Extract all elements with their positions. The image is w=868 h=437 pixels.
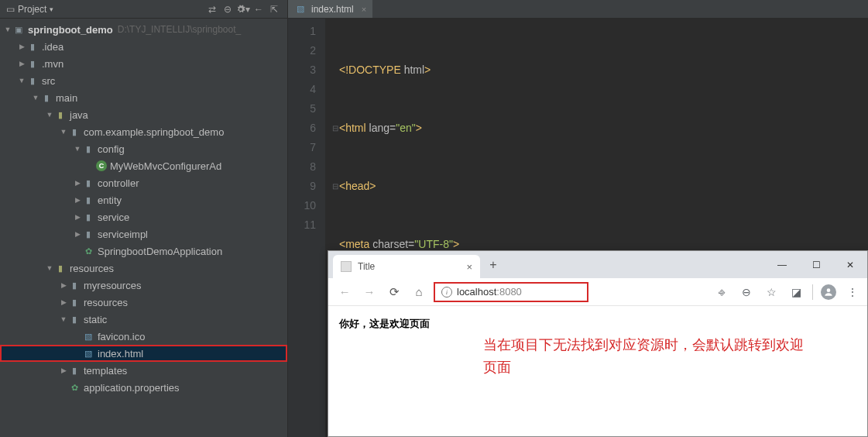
expand-icon[interactable]: ▼ [59,315,68,323]
tree-item-index[interactable]: ▧index.html [0,345,287,362]
expand-icon[interactable]: ▼ [31,94,40,102]
folder-icon: ▮ [26,57,39,70]
back-button[interactable]: ← [335,282,355,302]
minimize-button[interactable]: — [765,253,799,277]
expand-icon[interactable]: ▶ [73,230,82,238]
close-icon[interactable]: × [362,5,366,14]
line-num: 3 [288,60,316,80]
tree-item-resources[interactable]: ▼▮resources [0,260,287,277]
expand-icon[interactable]: ▶ [59,366,68,374]
code-token: <html [339,119,369,138]
tool-hide[interactable]: ⇱ [267,2,281,16]
page-heading: 你好，这是欢迎页面 [339,318,430,329]
expand-icon[interactable]: ▼ [73,145,82,153]
toolbar-right-icons: ⎆ ⊖ ☆ ◪ ⋮ [713,284,861,301]
close-icon[interactable]: × [466,261,472,273]
project-tree[interactable]: ▼ ▣ springboot_demo D:\TYJ_INTELLIJ\spri… [0,19,287,437]
sidebar-header: ▭ Project ▾ ⇄ ⊖ ▾ ← ⇱ [0,0,287,19]
expand-icon[interactable]: ▶ [73,213,82,221]
tree-item-src[interactable]: ▼▮src [0,72,287,89]
browser-tab[interactable]: Title × [333,255,480,278]
code-token: lang= [369,119,396,138]
line-num: 1 [288,22,316,41]
tree-label: java [70,109,88,121]
class-icon: C [96,160,107,171]
tree-root[interactable]: ▼ ▣ springboot_demo D:\TYJ_INTELLIJ\spri… [0,21,287,38]
expand-icon[interactable]: ▼ [3,26,12,33]
tool-target[interactable]: ⊖ [221,2,235,16]
chevron-down-icon: ▾ [50,5,53,13]
expand-icon[interactable]: ▼ [59,128,68,136]
tree-item-static[interactable]: ▼▮static [0,311,287,328]
tab-label: index.html [311,4,354,15]
sidebar-title-text: Project [18,4,46,15]
package-icon: ▮ [82,194,94,206]
tree-item-app[interactable]: ✿SpringbootDemoApplication [0,243,287,260]
tree-label: static [84,314,107,325]
expand-icon[interactable]: ▶ [59,298,68,306]
expand-icon[interactable]: ▶ [17,60,26,67]
expand-icon[interactable]: ▼ [45,111,54,119]
package-icon: ▮ [82,143,94,155]
translate-icon[interactable]: ⎆ [713,284,730,301]
tree-item-idea[interactable]: ▶▮.idea [0,38,287,55]
browser-viewport: 你好，这是欢迎页面 当在项目下无法找到对应资源时，会默认跳转到欢迎页面 [328,306,867,436]
res-folder-icon: ▮ [54,262,67,274]
tool-gear[interactable]: ▾ [236,2,250,16]
browser-toolbar: ← → ⟳ ⌂ i localhost:8080 ⎆ ⊖ ☆ ◪ ⋮ [328,278,867,306]
tree-item-service[interactable]: ▶▮service [0,208,287,225]
url-port: :8080 [496,286,522,298]
tree-item-appprops[interactable]: ✿application.properties [0,379,287,396]
expand-icon[interactable]: ▶ [73,196,82,204]
star-icon[interactable]: ☆ [763,284,780,301]
tree-item-cfgfile[interactable]: CMyWebMvcConfigurerAd [0,157,287,174]
tool-collapse[interactable]: ⇄ [205,2,219,16]
line-num: 2 [288,41,316,60]
expand-icon[interactable]: ▶ [17,43,26,50]
home-button[interactable]: ⌂ [409,282,429,302]
tree-item-main[interactable]: ▼▮main [0,89,287,106]
line-num: 6 [288,119,316,138]
menu-icon[interactable]: ⋮ [844,284,861,301]
tree-item-serviceimpl[interactable]: ▶▮serviceimpl [0,225,287,243]
expand-icon[interactable]: ▶ [59,281,68,289]
code-token: html [404,60,424,80]
close-button[interactable]: ✕ [833,253,867,277]
tree-item-pkg[interactable]: ▼▮com.example.springboot_demo [0,123,287,140]
tree-item-mvn[interactable]: ▶▮.mvn [0,55,287,72]
line-num: 8 [288,157,316,177]
tree-item-config[interactable]: ▼▮config [0,140,287,157]
package-icon: ▮ [68,126,81,138]
tree-item-favicon[interactable]: ▧favicon.ico [0,328,287,345]
url-text: localhost:8080 [457,286,522,298]
tree-item-java[interactable]: ▼▮java [0,106,287,123]
tree-label: springboot_demo [28,24,113,36]
maximize-button[interactable]: ☐ [799,253,833,277]
tree-item-res2[interactable]: ▶▮resources [0,294,287,311]
tree-item-templates[interactable]: ▶▮templates [0,362,287,379]
expand-icon[interactable]: ▼ [17,77,26,84]
browser-tab-title: Title [358,261,375,272]
spring-icon: ✿ [82,245,94,257]
html-file-icon: ▧ [294,3,307,15]
tree-item-entity[interactable]: ▶▮entity [0,191,287,208]
editor-tabs: ▧ index.html × [288,0,868,19]
expand-icon[interactable]: ▼ [45,264,54,272]
extension-icon[interactable]: ◪ [787,284,805,301]
tree-label: serviceimpl [98,229,148,240]
new-tab-button[interactable]: + [483,255,503,275]
tree-item-controller[interactable]: ▶▮controller [0,174,287,191]
profile-avatar-icon[interactable] [821,284,836,300]
address-bar[interactable]: i localhost:8080 [434,282,588,302]
tree-item-myres[interactable]: ▶▮myresources [0,277,287,294]
forward-button[interactable]: → [359,282,379,302]
sidebar-title[interactable]: ▭ Project ▾ [6,4,204,15]
reload-button[interactable]: ⟳ [384,282,404,302]
code-token: "en" [396,119,416,138]
tab-index-html[interactable]: ▧ index.html × [288,0,372,18]
tool-back[interactable]: ← [252,2,266,16]
zoom-icon[interactable]: ⊖ [738,284,755,301]
expand-icon[interactable]: ▶ [73,179,82,187]
file-icon: ▧ [82,330,94,342]
tree-label: entity [98,194,122,206]
